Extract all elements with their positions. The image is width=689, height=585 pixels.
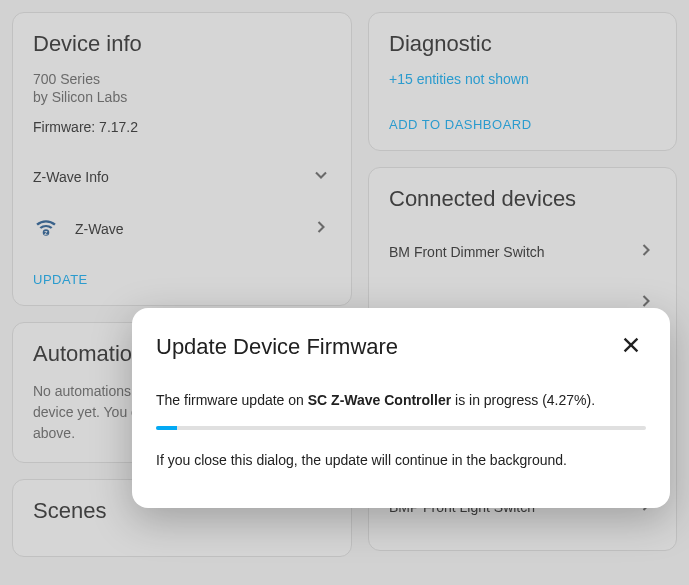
progress-fill <box>156 426 177 430</box>
dialog-note: If you close this dialog, the update wil… <box>156 452 646 468</box>
close-button[interactable] <box>616 330 646 364</box>
close-icon <box>620 342 642 359</box>
update-firmware-dialog: Update Device Firmware The firmware upda… <box>132 308 670 508</box>
dialog-title: Update Device Firmware <box>156 334 398 360</box>
progress-bar <box>156 426 646 430</box>
dialog-progress-text: The firmware update on SC Z-Wave Control… <box>156 392 646 408</box>
dialog-device-name: SC Z-Wave Controller <box>308 392 451 408</box>
